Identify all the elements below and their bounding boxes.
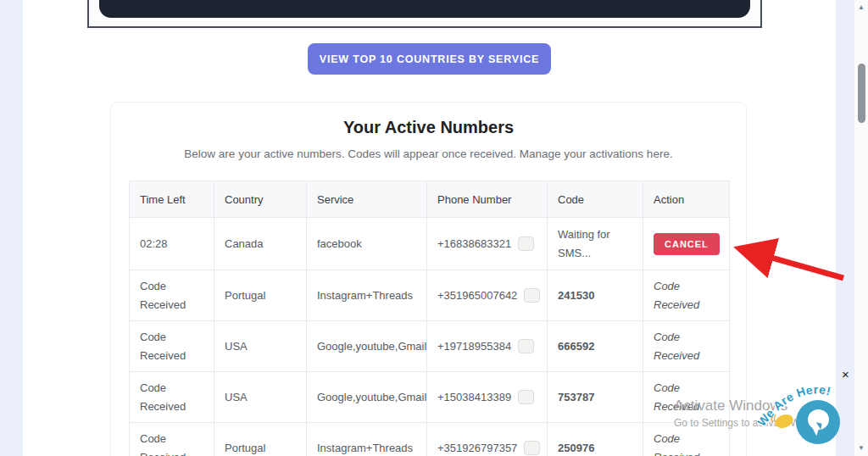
- copy-icon[interactable]: [524, 441, 540, 455]
- cell-time-left: Code Received: [130, 423, 214, 456]
- scrollbar-thumb[interactable]: [858, 64, 865, 123]
- col-service: Service: [307, 181, 427, 218]
- cell-country: USA: [214, 321, 307, 372]
- chat-bubble-mouth: [815, 422, 821, 429]
- copy-icon[interactable]: [518, 339, 534, 353]
- phone-number: +19718955384: [437, 337, 511, 355]
- table-row: 02:28 Canada facebook +16838683321 Waiti…: [130, 218, 730, 270]
- cell-country: Portugal: [214, 423, 307, 456]
- col-phone-number: Phone Number: [427, 181, 548, 218]
- copy-icon[interactable]: [518, 390, 534, 404]
- page-subtitle: Below are your active numbers. Codes wil…: [111, 147, 746, 160]
- phone-number: +16838683321: [437, 235, 511, 253]
- cell-phone: +351965007642: [427, 270, 548, 321]
- scroll-down-icon[interactable]: ▼: [854, 444, 868, 452]
- cancel-button[interactable]: CANCEL: [654, 233, 720, 255]
- view-top-countries-button[interactable]: VIEW TOP 10 COUNTRIES BY SERVICE: [308, 43, 551, 75]
- table-row: Code Received Portugal Instagram+Threads…: [130, 423, 730, 456]
- cell-phone: +351926797357: [427, 423, 548, 456]
- cell-country: USA: [214, 372, 307, 423]
- cell-service: Instagram+Threads: [307, 270, 427, 321]
- cell-phone: +19718955384: [427, 321, 548, 372]
- phone-number: +15038413389: [437, 388, 511, 406]
- phone-number: +351965007642: [437, 286, 517, 304]
- cell-time-left: Code Received: [130, 321, 214, 372]
- copy-icon[interactable]: [518, 236, 534, 251]
- scroll-up-icon[interactable]: ▲: [854, 3, 868, 11]
- cell-service: Google,youtube,Gmail: [307, 321, 427, 372]
- cell-service: Google,youtube,Gmail: [307, 372, 427, 423]
- col-time-left: Time Left: [130, 181, 214, 218]
- table-row: Code Received USA Google,youtube,Gmail +…: [130, 372, 730, 423]
- cell-code: 241530: [548, 270, 643, 321]
- cell-code-waiting: Waiting for SMS...: [548, 218, 643, 270]
- cell-code: 666592: [548, 321, 643, 372]
- cell-country: Portugal: [214, 270, 307, 321]
- col-action: Action: [643, 181, 730, 218]
- cell-code: 250976: [548, 423, 643, 456]
- page-title: Your Active Numbers: [111, 118, 746, 137]
- phone-number: +351926797357: [437, 439, 517, 456]
- col-code: Code: [548, 181, 643, 218]
- active-numbers-card: Your Active Numbers Below are your activ…: [110, 102, 747, 456]
- cell-phone: +15038413389: [427, 372, 548, 423]
- page-left-margin: [0, 0, 23, 456]
- cell-service: Instagram+Threads: [307, 423, 427, 456]
- active-numbers-table: Time Left Country Service Phone Number C…: [129, 181, 730, 456]
- cell-phone: +16838683321: [427, 218, 548, 270]
- cell-time-left: 02:28: [130, 218, 214, 270]
- cell-time-left: Code Received: [130, 372, 214, 423]
- col-country: Country: [214, 181, 307, 218]
- chart-dark-area: [99, 0, 750, 18]
- copy-icon[interactable]: [524, 288, 540, 303]
- cell-time-left: Code Received: [130, 270, 214, 321]
- chat-widget-button[interactable]: [796, 400, 840, 444]
- table-header-row: Time Left Country Service Phone Number C…: [130, 181, 730, 218]
- waving-hand-icon: [770, 410, 795, 431]
- table-row: Code Received USA Google,youtube,Gmail +…: [130, 321, 730, 372]
- cell-code: 753787: [548, 372, 643, 423]
- cell-service: facebook: [307, 218, 427, 270]
- scrollbar[interactable]: ▲ ▼: [854, 0, 868, 456]
- table-row: Code Received Portugal Instagram+Threads…: [130, 270, 730, 321]
- cell-action: Code Received: [643, 270, 730, 321]
- cell-country: Canada: [214, 218, 307, 270]
- cell-action: Code Received: [643, 321, 730, 372]
- close-icon[interactable]: ×: [842, 368, 849, 381]
- cell-action: CANCEL: [643, 218, 730, 270]
